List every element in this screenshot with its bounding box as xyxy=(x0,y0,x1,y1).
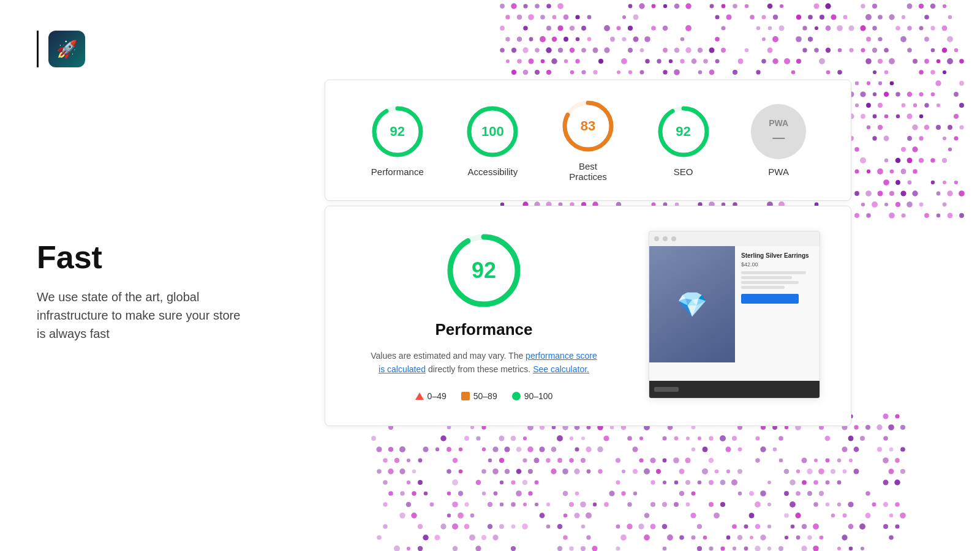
svg-point-791 xyxy=(826,503,829,506)
svg-point-6 xyxy=(628,4,633,9)
svg-point-10 xyxy=(674,4,680,9)
calculator-link[interactable]: See calculator. xyxy=(533,364,589,374)
svg-point-456 xyxy=(943,181,946,184)
svg-point-375 xyxy=(854,147,859,152)
svg-point-162 xyxy=(937,59,940,63)
seo-label: SEO xyxy=(674,167,693,177)
svg-point-39 xyxy=(761,15,766,19)
svg-point-480 xyxy=(878,191,883,197)
svg-point-105 xyxy=(522,47,528,53)
svg-point-103 xyxy=(500,48,505,53)
svg-point-152 xyxy=(761,59,766,64)
svg-point-167 xyxy=(535,70,540,75)
scores-panel: 92 Performance 100 Accessibility xyxy=(325,80,851,201)
svg-point-822 xyxy=(488,524,492,529)
svg-point-753 xyxy=(621,491,625,495)
svg-point-638 xyxy=(597,446,603,452)
svg-point-176 xyxy=(674,69,680,75)
dot-pattern-bottom: (function() { const svg = document.curre… xyxy=(368,410,919,551)
svg-point-91 xyxy=(644,36,650,42)
svg-point-321 xyxy=(924,125,929,130)
svg-point-136 xyxy=(517,59,522,64)
svg-point-726 xyxy=(674,481,679,485)
svg-point-771 xyxy=(500,503,503,506)
svg-point-178 xyxy=(709,70,715,75)
svg-point-789 xyxy=(790,501,796,508)
svg-point-703 xyxy=(726,470,730,473)
svg-point-817 xyxy=(383,524,387,528)
svg-point-680 xyxy=(377,469,382,474)
svg-point-864 xyxy=(785,536,788,539)
svg-point-652 xyxy=(394,458,400,463)
svg-point-123 xyxy=(802,48,807,52)
svg-point-79 xyxy=(942,26,948,31)
svg-point-404 xyxy=(942,158,947,163)
svg-point-640 xyxy=(692,448,695,451)
svg-point-13 xyxy=(722,4,726,9)
svg-point-813 xyxy=(843,514,847,518)
svg-point-171 xyxy=(593,70,597,74)
svg-point-860 xyxy=(726,536,731,540)
svg-point-880 xyxy=(616,546,620,550)
svg-point-735 xyxy=(813,480,818,485)
legend-red-label: 0–49 xyxy=(428,391,447,401)
svg-point-774 xyxy=(535,503,538,506)
svg-point-31 xyxy=(564,15,569,20)
svg-point-429 xyxy=(890,170,894,174)
svg-point-150 xyxy=(715,59,720,64)
detail-panel: 92 Performance Values are estimated and … xyxy=(325,206,851,426)
svg-point-788 xyxy=(767,503,771,506)
svg-point-486 xyxy=(959,190,965,197)
svg-point-843 xyxy=(859,523,865,530)
svg-point-186 xyxy=(919,70,924,75)
svg-point-644 xyxy=(760,446,766,452)
svg-point-147 xyxy=(680,59,684,63)
svg-point-674 xyxy=(814,459,818,462)
svg-point-349 xyxy=(872,136,876,140)
svg-point-351 xyxy=(907,136,912,141)
svg-point-654 xyxy=(418,459,423,463)
svg-point-876 xyxy=(557,546,562,551)
svg-point-398 xyxy=(860,157,866,163)
left-panel: 🚀 Fast We use state of the art, global i… xyxy=(37,31,270,343)
svg-point-869 xyxy=(889,535,894,540)
svg-point-100 xyxy=(900,36,907,42)
svg-point-691 xyxy=(551,468,556,474)
svg-point-540 xyxy=(948,213,953,219)
svg-point-857 xyxy=(679,535,684,540)
svg-point-686 xyxy=(481,469,486,474)
svg-point-512 xyxy=(943,203,947,207)
svg-point-751 xyxy=(575,492,579,496)
svg-point-878 xyxy=(581,546,586,551)
svg-point-792 xyxy=(837,503,841,506)
accessibility-score: 100 xyxy=(481,124,504,140)
svg-point-663 xyxy=(581,458,586,463)
svg-point-719 xyxy=(500,481,503,484)
screenshot-footer xyxy=(649,381,820,398)
svg-point-625 xyxy=(423,446,428,452)
svg-point-787 xyxy=(755,501,761,508)
svg-point-684 xyxy=(447,469,451,474)
svg-point-710 xyxy=(843,470,847,474)
svg-point-851 xyxy=(492,534,498,540)
svg-point-894 xyxy=(861,547,864,550)
svg-point-141 xyxy=(575,59,579,63)
svg-point-3 xyxy=(535,4,540,9)
svg-point-34 xyxy=(622,15,626,19)
svg-point-883 xyxy=(709,546,713,550)
svg-point-153 xyxy=(772,58,778,64)
svg-point-41 xyxy=(796,15,802,20)
svg-point-68 xyxy=(802,26,807,30)
svg-point-111 xyxy=(593,48,598,53)
svg-point-118 xyxy=(698,48,703,53)
svg-point-179 xyxy=(733,70,737,75)
product-price: $42.00 xyxy=(741,261,813,268)
svg-point-653 xyxy=(407,459,410,462)
svg-point-18 xyxy=(813,3,819,9)
svg-point-160 xyxy=(913,59,918,64)
svg-point-297 xyxy=(954,114,959,119)
svg-point-146 xyxy=(669,59,673,63)
svg-point-131 xyxy=(907,48,911,52)
svg-point-376 xyxy=(901,147,906,152)
line-3 xyxy=(741,281,799,284)
